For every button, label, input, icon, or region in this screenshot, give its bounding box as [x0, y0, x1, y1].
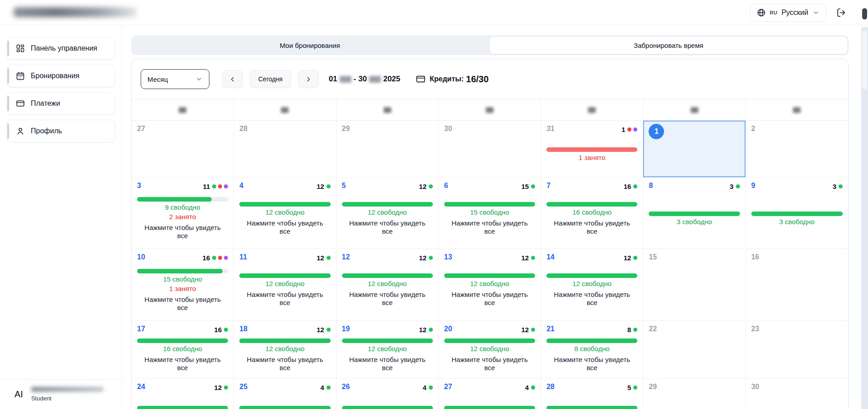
free-slots-label: 15 свободно: [439, 208, 541, 216]
user-name-blurred: [31, 387, 104, 392]
day-number: 30: [444, 124, 452, 133]
availability-bar: [342, 338, 433, 343]
day-number: 6: [444, 181, 448, 190]
day-cell-29: 29: [643, 379, 745, 409]
weekday-label-blurred: [384, 107, 391, 113]
slot-count: 12: [624, 253, 638, 262]
day-cell-9[interactable]: 933 свободно: [746, 178, 848, 249]
day-number: 26: [342, 382, 350, 391]
day-cell-18[interactable]: 181212 свободноНажмите чтобы увидеть все: [234, 321, 336, 379]
day-number: 3: [137, 181, 141, 190]
sidebar: Панель управленияБронированияПлатежиПроф…: [0, 25, 122, 409]
weekday-label-blurred: [281, 107, 289, 113]
free-slots-label: 12 свободно: [234, 280, 336, 287]
sidebar-item-payments[interactable]: Платежи: [6, 92, 115, 115]
see-all-label: Нажмите чтобы увидеть все: [242, 219, 328, 235]
slot-count: 3: [730, 181, 740, 190]
slot-count-value: 4: [320, 384, 324, 391]
free-slots-label: 8 свободно: [541, 345, 643, 353]
day-cell-19[interactable]: 191212 свободноНажмите чтобы увидеть все: [337, 321, 439, 379]
dot-free: [736, 184, 740, 188]
free-slots-label: 12 свободно: [541, 280, 643, 287]
view-tabs: Мои бронированияЗабронировать время: [131, 35, 849, 55]
next-button[interactable]: [298, 70, 319, 88]
day-cell-28[interactable]: 2855 свободноНажмите чтобы увидеть все: [541, 379, 643, 409]
slot-count: 12: [317, 253, 331, 262]
day-number: 5: [342, 181, 346, 190]
day-cell-24[interactable]: 241212 свободноНажмите чтобы увидеть все: [132, 379, 234, 409]
dot-free: [839, 184, 843, 188]
chevron-right-icon: [304, 75, 312, 83]
slot-count-value: 15: [521, 183, 529, 190]
availability-bar: [137, 269, 228, 273]
busy-slots-label: 2 занято: [132, 213, 233, 221]
sidebar-item-label: Платежи: [31, 99, 60, 108]
day-cell-8[interactable]: 833 свободно: [643, 178, 745, 249]
credits-value: 16/30: [466, 74, 489, 85]
day-cell-10[interactable]: 101615 свободно1 занятоНажмите чтобы уви…: [132, 249, 234, 321]
tab-book-time[interactable]: Забронировать время: [489, 36, 848, 54]
day-cell-14[interactable]: 141212 свободноНажмите чтобы увидеть все: [541, 249, 643, 321]
day-cell-17[interactable]: 171616 свободноНажмите чтобы увидеть все: [132, 321, 234, 379]
slot-count: 16: [624, 181, 638, 190]
day-number: 31: [546, 124, 555, 133]
day-cell-4[interactable]: 41212 свободноНажмите чтобы увидеть все: [234, 178, 336, 249]
user-profile-block[interactable]: AI Student: [0, 379, 122, 409]
slot-count: 16: [203, 253, 228, 262]
availability-bar: [444, 406, 535, 409]
tab-my-bookings[interactable]: Мои бронирования: [131, 35, 489, 55]
slot-count: 4: [423, 382, 433, 391]
date-range: 01 - 30 2025: [329, 75, 400, 84]
logout-button[interactable]: [835, 7, 847, 19]
day-cell-1[interactable]: 1: [643, 121, 745, 178]
day-cell-25[interactable]: 2544 свободноНажмите чтобы увидеть все: [234, 379, 336, 409]
day-cell-13[interactable]: 131212 свободноНажмите чтобы увидеть все: [439, 249, 541, 321]
day-number: 11: [239, 253, 247, 262]
language-selector[interactable]: RU Русский: [750, 4, 826, 22]
day-cell-6[interactable]: 61515 свободноНажмите чтобы увидеть все: [439, 178, 541, 249]
day-cell-11[interactable]: 111212 свободноНажмите чтобы увидеть все: [234, 249, 336, 321]
availability-bar: [546, 202, 637, 207]
day-cell-31[interactable]: 3111 занято: [541, 121, 643, 178]
slot-count: 12: [214, 382, 228, 391]
day-cell-12[interactable]: 121212 свободноНажмите чтобы увидеть все: [337, 249, 439, 321]
month-name-blurred: [340, 76, 351, 83]
credit-card-icon: [416, 74, 426, 84]
day-cell-20[interactable]: 201212 свободноНажмите чтобы увидеть все: [439, 321, 541, 379]
slot-count-value: 3: [833, 183, 836, 190]
slot-count-value: 8: [627, 326, 631, 334]
range-start-day: 01: [329, 75, 337, 84]
free-slots-label: 3 свободно: [643, 218, 745, 226]
day-number: 14: [546, 253, 555, 262]
day-number: 4: [239, 181, 243, 190]
scrollbar-thumb-dark[interactable]: [862, 8, 867, 19]
day-number: 7: [546, 181, 550, 190]
globe-icon: [757, 8, 766, 17]
slot-count: 12: [317, 324, 331, 334]
dot-extra: [224, 256, 228, 260]
day-cell-21[interactable]: 2188 свободноНажмите чтобы увидеть все: [541, 321, 643, 379]
day-cell-7[interactable]: 71616 свободноНажмите чтобы увидеть все: [541, 178, 643, 249]
see-all-label: Нажмите чтобы увидеть все: [446, 219, 532, 235]
day-cell-5[interactable]: 51212 свободноНажмите чтобы увидеть все: [337, 178, 439, 249]
scrollbar-thumb[interactable]: [862, 31, 867, 89]
chevron-down-icon: [812, 9, 820, 16]
dot-free: [327, 328, 331, 332]
slot-count: 12: [317, 181, 331, 190]
sidebar-item-profile[interactable]: Профиль: [6, 120, 115, 142]
availability-bar: [546, 338, 637, 343]
today-button[interactable]: Сегодня: [250, 70, 291, 88]
sidebar-item-bookings[interactable]: Бронирования: [6, 65, 115, 87]
free-slots-label: 12 свободно: [337, 280, 438, 287]
day-number: 16: [751, 253, 759, 262]
day-cell-27[interactable]: 2744 свободноНажмите чтобы увидеть все: [439, 379, 541, 409]
sidebar-item-dashboard[interactable]: Панель управления: [6, 37, 115, 60]
prev-button[interactable]: [222, 70, 243, 88]
view-mode-select[interactable]: Месяц: [141, 69, 209, 89]
day-cell-26[interactable]: 2644 свободноНажмите чтобы увидеть все: [337, 379, 439, 409]
day-cell-3[interactable]: 3119 свободно2 занятоНажмите чтобы увиде…: [132, 178, 234, 249]
see-all-label: Нажмите чтобы увидеть все: [140, 224, 226, 240]
day-number: 15: [649, 253, 657, 262]
see-all-label: Нажмите чтобы увидеть все: [140, 356, 226, 372]
see-all-label: Нажмите чтобы увидеть все: [446, 291, 532, 307]
